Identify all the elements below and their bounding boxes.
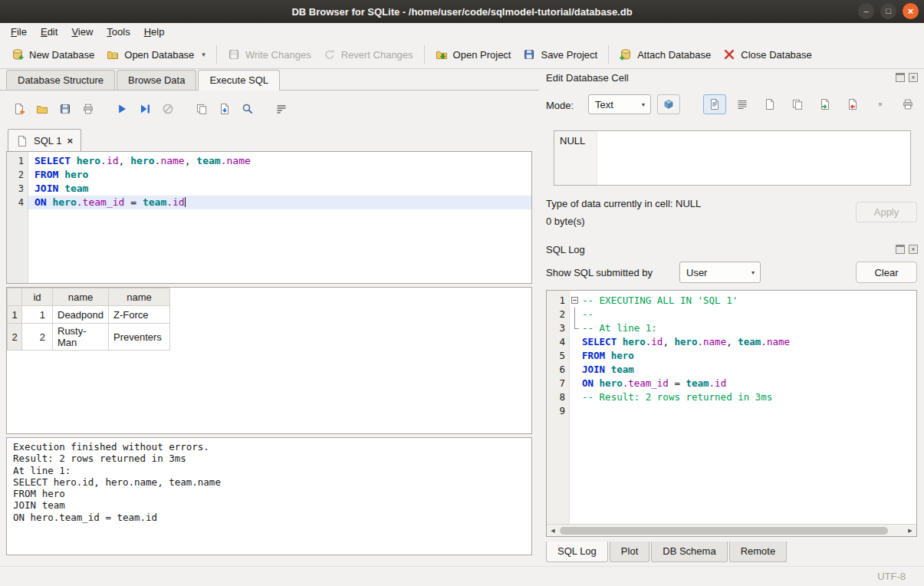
main-tab-bar: Database StructureBrowse DataExecute SQL [0,69,539,91]
export-cell-data-button[interactable] [841,94,864,114]
menu-edit[interactable]: Edit [34,24,64,40]
execute-current-line-icon [139,103,151,115]
set-null-button[interactable] [869,94,892,114]
print-sql-button[interactable] [77,99,100,119]
toolbar-separator [424,45,425,64]
attach-database-button[interactable]: Attach Database [613,44,717,64]
scroll-left-icon[interactable]: ◀ [547,528,559,534]
column-header[interactable]: name [109,288,170,306]
close-database-button[interactable]: Close Database [717,44,818,64]
word-wrap-cell-button[interactable] [731,94,754,114]
export-cell-data-icon [847,98,859,110]
new-sql-tab-button[interactable] [8,99,31,119]
open-sql-file-button[interactable] [31,99,54,119]
find-replace-icon [242,103,254,115]
execute-current-line-button[interactable] [133,99,156,119]
window-title: DB Browser for SQLite - /home/user/code/… [291,6,632,18]
sql-tab[interactable]: SQL 1 × [8,129,81,152]
float-dock-icon[interactable] [896,73,905,82]
log-filter-select[interactable]: User ▾ [679,262,761,283]
token: hero [623,336,646,347]
close-tab-icon[interactable]: × [67,135,73,146]
code-line[interactable]: JOIN team [28,182,531,196]
mode-select[interactable]: Text ▾ [588,94,651,114]
save-project-button[interactable]: Save Project [517,44,603,64]
word-wrap-button[interactable] [270,99,293,119]
clear-log-button[interactable]: Clear [856,262,917,283]
menu-file[interactable]: File [4,24,34,40]
token: SELECT [582,336,623,347]
token: -- At line 1: [582,322,657,334]
cell[interactable]: Z-Force [109,306,170,324]
collapse-icon[interactable] [571,297,578,304]
write-changes-label: Write Changes [245,49,311,61]
print-cell-button[interactable] [896,94,919,114]
sql-log-dock-buttons: × [896,245,918,254]
tab-execute-sql[interactable]: Execute SQL [198,70,280,91]
row-number[interactable]: 2 [8,324,22,351]
log-line: 6JOIN team [547,363,916,377]
copy-cell-icon [791,98,804,110]
text-view-button[interactable] [703,94,726,114]
revert-changes-label: Revert Changes [341,49,413,61]
menu-help[interactable]: Help [137,24,172,40]
dock-tab-plot[interactable]: Plot [610,542,649,562]
cell[interactable]: 1 [22,306,53,324]
cell[interactable]: Deadpond [53,306,109,324]
cell[interactable]: Rusty-Man [53,324,109,351]
sql-editor[interactable]: 1234 SELECT hero.id, hero.name, team.nam… [6,151,532,284]
log-line-number: 3 [547,321,570,335]
dock-tab-db-schema[interactable]: DB Schema [651,542,727,562]
menu-view[interactable]: View [64,24,100,40]
open-database-label: Open Database [124,49,194,61]
row-number[interactable]: 1 [8,306,22,324]
float-dock-icon[interactable] [896,245,905,254]
open-database-button[interactable]: Open Database▾ [100,44,212,64]
log-code: SELECT hero.id, hero.name, team.name [582,335,916,349]
results-table[interactable]: idnamename11DeadpondZ-Force22Rusty-ManPr… [7,288,170,351]
import-cell-data-button[interactable] [814,94,837,114]
scrollbar-thumb[interactable] [560,527,888,535]
close-button[interactable]: × [903,3,919,19]
editor-code-area[interactable]: SELECT hero.id, hero.name, team.nameFROM… [28,152,531,283]
scroll-right-icon[interactable]: ▶ [904,528,916,534]
dock-tab-remote[interactable]: Remote [729,542,788,562]
apply-button[interactable]: Apply [856,202,917,222]
sql-log-view[interactable]: 1-- EXECUTING ALL IN 'SQL 1'2--3-- At li… [546,290,917,537]
new-database-button[interactable]: New Database [5,44,100,64]
column-header[interactable]: name [53,288,109,306]
cell[interactable]: Preventers [109,324,170,351]
code-line[interactable]: ON hero.team_id = team.id [28,196,531,209]
save-results-button[interactable] [213,99,236,119]
find-replace-button[interactable] [236,99,259,119]
open-in-editor-button[interactable] [758,94,781,114]
token: .id [709,377,727,389]
horizontal-scrollbar[interactable]: ◀ ▶ [547,524,916,536]
copy-cell-button[interactable] [786,94,809,114]
code-line[interactable]: FROM hero [28,168,531,182]
copy-results-button[interactable] [190,99,213,119]
main-toolbar: New DatabaseOpen Database▾Write ChangesR… [0,41,924,69]
menu-tools[interactable]: Tools [100,24,136,40]
column-header[interactable]: id [22,288,53,306]
dock-tab-sql-log[interactable]: SQL Log [546,542,608,562]
code-line[interactable]: SELECT hero.id, hero.name, team.name [28,154,531,168]
tab-database-structure[interactable]: Database Structure [6,70,115,90]
chevron-down-icon[interactable]: ▾ [202,51,206,58]
minimize-button[interactable]: – [858,3,874,19]
close-dock-icon[interactable]: × [909,245,918,254]
cell[interactable]: 2 [22,324,53,351]
close-dock-icon[interactable]: × [909,73,918,82]
maximize-button[interactable]: □ [880,3,896,19]
sql-tab-label: SQL 1 [34,135,61,146]
save-sql-file-button[interactable] [54,99,77,119]
line-number: 4 [7,196,24,209]
execution-output[interactable]: Execution finished without errors. Resul… [6,437,532,555]
tab-browse-data[interactable]: Browse Data [117,70,196,90]
auto-detect-button[interactable] [657,94,680,114]
cell-editor[interactable]: NULL [554,130,911,186]
titlebar[interactable]: DB Browser for SQLite - /home/user/code/… [0,0,924,23]
execute-all-button[interactable] [110,99,133,119]
open-database-icon [107,48,119,61]
open-project-button[interactable]: Open Project [429,44,518,64]
